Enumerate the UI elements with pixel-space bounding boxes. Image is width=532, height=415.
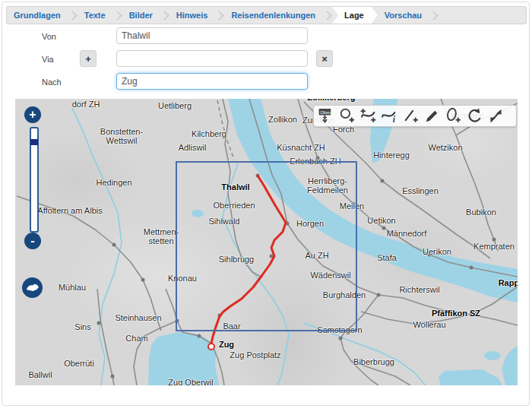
refresh-tool-icon[interactable] (465, 107, 484, 125)
via-add-button[interactable]: + (80, 50, 97, 67)
place-label-tool-icon[interactable]: Olten (316, 107, 335, 125)
map-canvas[interactable]: Birmens- dorf ZHUetlibergZollikerbergZol… (15, 99, 518, 385)
wizard-step-grundlagen[interactable]: Grundlagen (7, 7, 68, 24)
via-clear-button[interactable]: × (316, 50, 333, 67)
map-toolbar: Olten i (313, 105, 517, 127)
home-extent-button[interactable] (22, 277, 43, 298)
via-input[interactable] (116, 50, 308, 67)
fullscreen-tool-icon[interactable] (486, 107, 505, 125)
switzerland-icon (22, 277, 43, 298)
chevron-separator-icon (112, 11, 122, 21)
add-line-tool-icon[interactable] (401, 107, 420, 125)
svg-text:i: i (393, 115, 396, 124)
wizard-step-vorschau[interactable]: Vorschau (378, 7, 429, 24)
route-end-marker (208, 344, 214, 350)
edit-tool-icon[interactable] (423, 107, 442, 125)
chevron-separator-icon (68, 11, 78, 21)
route-info-tool-icon[interactable]: i (380, 107, 399, 125)
chevron-separator-icon (215, 11, 225, 21)
wizard-step-texte[interactable]: Texte (78, 7, 112, 24)
wizard-step-lage[interactable]: Lage (332, 7, 378, 24)
von-input[interactable] (116, 27, 308, 44)
von-label: Von (42, 32, 56, 41)
wizard-step-reisendenlenkungen[interactable]: Reisendenlenkungen (224, 7, 322, 24)
zoom-slider-handle[interactable] (30, 139, 38, 145)
zoom-slider[interactable] (30, 127, 39, 233)
add-ellipse-tool-icon[interactable] (444, 107, 463, 125)
map-selection-rectangle[interactable] (176, 161, 357, 331)
wizard-breadcrumb: GrundlagenTexteBilderHinweisReisendenlen… (6, 6, 527, 24)
via-label: Via (42, 55, 54, 64)
zoom-in-button[interactable]: + (24, 106, 41, 123)
chevron-separator-icon (160, 11, 169, 21)
add-point-tool-icon[interactable] (337, 107, 356, 125)
wizard-step-bilder[interactable]: Bilder (122, 7, 160, 24)
add-route-tool-icon[interactable] (359, 107, 378, 125)
zoom-out-button[interactable]: - (24, 233, 41, 249)
svg-text:Olten: Olten (320, 110, 331, 115)
chevron-separator-icon (429, 11, 439, 21)
nach-input[interactable] (116, 73, 308, 90)
nach-label: Nach (42, 78, 62, 87)
chevron-separator-icon (322, 11, 332, 21)
wizard-step-hinweis[interactable]: Hinweis (169, 7, 215, 24)
